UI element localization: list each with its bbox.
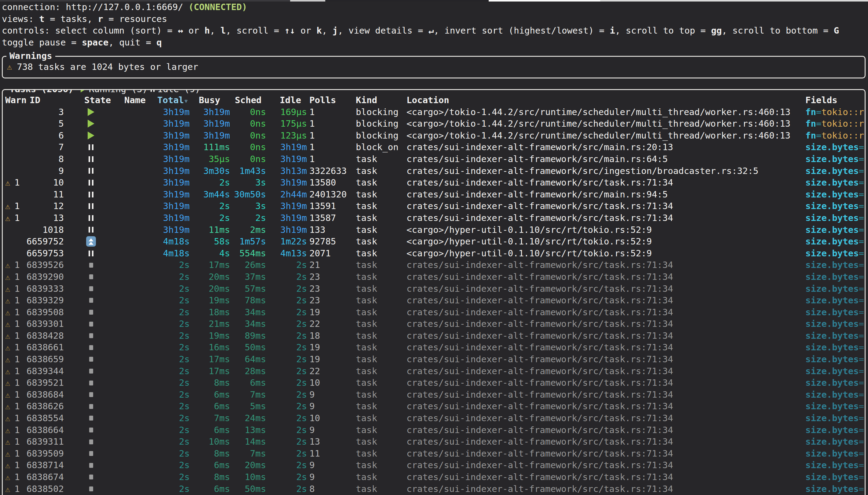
column-header-name[interactable]: Name: [124, 94, 146, 106]
task-row[interactable]: 93h19m3m30s1m43s3h13m3322633taskcrates/s…: [3, 165, 865, 177]
cell-id: 6659752: [24, 236, 64, 248]
cell-id: 6839521: [24, 377, 64, 389]
column-header-total[interactable]: Total▿: [157, 94, 188, 106]
task-row[interactable]: ⚠168386262s6ms5ms2s9taskcrates/sui-index…: [3, 400, 865, 412]
cell-fields: size.bytes=: [805, 330, 866, 342]
row-warning-count: 1: [14, 272, 19, 282]
task-row[interactable]: ⚠168387142s6ms20ms2s9taskcrates/sui-inde…: [3, 459, 865, 471]
task-row[interactable]: ⚠168384282s19ms89ms2s18taskcrates/sui-in…: [3, 330, 865, 342]
cell-idle: 2s: [265, 377, 307, 389]
column-header-fields[interactable]: Fields: [805, 94, 837, 106]
cell-busy: 6ms: [192, 483, 230, 495]
cell-busy: 2s: [192, 212, 230, 224]
task-row[interactable]: ⚠168393332s20ms57ms2s23taskcrates/sui-in…: [3, 283, 865, 295]
cell-total: 3h19m: [149, 224, 190, 236]
warning-item: ⚠738 tasks are 1024 bytes or larger: [7, 61, 865, 73]
row-warning-count: 1: [14, 330, 19, 341]
task-row[interactable]: ⚠1123h19m2s3s3h19m13591taskcrates/sui-in…: [3, 200, 865, 212]
cell-id: 3: [24, 106, 64, 118]
cell-polls: 13591: [310, 200, 354, 212]
running-state-icon: [88, 132, 94, 139]
task-row[interactable]: ⚠168393012s21ms34ms2s22taskcrates/sui-in…: [3, 318, 865, 330]
task-row[interactable]: ⚠168386742s8ms10ms2s9taskcrates/sui-inde…: [3, 471, 865, 483]
row-warning-count: 1: [14, 342, 19, 353]
cell-polls: 23: [310, 294, 354, 306]
task-row[interactable]: ⚠168395212s8ms6ms2s10taskcrates/sui-inde…: [3, 377, 865, 389]
cell-idle: 3h19m: [265, 177, 307, 189]
cell-fields: size.bytes=: [805, 189, 866, 201]
task-row[interactable]: ⚠168385022s6ms50ms2s8taskcrates/sui-inde…: [3, 483, 865, 495]
cell-busy: 10ms: [192, 436, 230, 448]
task-row[interactable]: ⚠1103h19m2s3s3h19m13580taskcrates/sui-in…: [3, 177, 865, 189]
row-warning-count: 1: [14, 213, 19, 223]
task-row[interactable]: 53h19m3h19m0ns175µs1blocking<cargo>/toki…: [3, 118, 865, 130]
row-warning-count: 1: [14, 460, 19, 470]
idle-state-icon: [88, 192, 94, 198]
field-equals: =: [859, 213, 864, 223]
task-row[interactable]: ⚠168393112s10ms14ms2s13taskcrates/sui-in…: [3, 436, 865, 448]
cell-fields: size.bytes=: [805, 248, 866, 259]
cell-idle: 3h13m: [265, 165, 307, 177]
cell-sched: 3s: [229, 200, 266, 212]
cell-polls: 19: [310, 341, 354, 353]
task-row[interactable]: ⚠168395082s18ms34ms2s19taskcrates/sui-in…: [3, 306, 865, 318]
column-header-idle[interactable]: Idle: [280, 94, 301, 106]
task-row[interactable]: ⚠168386642s6ms13ms2s9taskcrates/sui-inde…: [3, 424, 865, 436]
task-row[interactable]: ⚠168393292s19ms78ms2s23taskcrates/sui-in…: [3, 294, 865, 306]
cell-sched: 34ms: [229, 306, 266, 318]
column-header-warn[interactable]: Warn: [5, 94, 27, 106]
field-equals: =: [859, 166, 864, 176]
task-row[interactable]: 33h19m3h19m0ns169µs1blocking<cargo>/toki…: [3, 106, 865, 118]
field-key: size.bytes: [805, 330, 859, 341]
field-equals: =: [816, 118, 821, 129]
field-value: tokio::r: [821, 107, 864, 117]
task-row[interactable]: ⚠168386842s6ms7ms2s9taskcrates/sui-index…: [3, 389, 865, 401]
field-key: size.bytes: [805, 484, 859, 494]
cell-fields: size.bytes=: [805, 353, 866, 365]
cell-sched: 0ns: [229, 118, 266, 130]
tasks-panel: Tasks (2056) Running (3)Idle (9) WarnIDS…: [2, 89, 866, 495]
task-row[interactable]: 63h19m3h19m0ns123µs1blocking<cargo>/toki…: [3, 130, 865, 142]
field-key: size.bytes: [805, 248, 859, 258]
task-row[interactable]: 66597534m18s4s554ms4m13s2071task<cargo>/…: [3, 248, 865, 259]
task-row[interactable]: ⚠168392902s20ms37ms2s23taskcrates/sui-in…: [3, 271, 865, 283]
column-header-id[interactable]: ID: [30, 94, 40, 106]
task-row[interactable]: ⚠168386592s17ms64ms2s19taskcrates/sui-in…: [3, 353, 865, 365]
task-row[interactable]: ⚠168386612s16ms50ms2s19taskcrates/sui-in…: [3, 341, 865, 353]
cell-fields: size.bytes=: [805, 236, 866, 248]
task-row[interactable]: ⚠1133h19m2s2s3h19m13587taskcrates/sui-in…: [3, 212, 865, 224]
column-header-state[interactable]: State: [84, 94, 111, 106]
column-header-kind[interactable]: Kind: [356, 94, 377, 106]
idle-state-icon: [88, 215, 94, 221]
column-header-location[interactable]: Location: [406, 94, 449, 106]
cell-kind: task: [356, 153, 405, 165]
column-header-sched[interactable]: Sched: [235, 94, 262, 106]
task-row[interactable]: 83h19m35µs0ns3h19m1taskcrates/sui-indexe…: [3, 153, 865, 165]
task-row[interactable]: 73h19m111ms0ns3h19m1block_oncrates/sui-i…: [3, 141, 865, 153]
cell-idle: 2s: [265, 400, 307, 412]
task-row[interactable]: ⚠168393442s17ms28ms2s22taskcrates/sui-in…: [3, 365, 865, 377]
row-warning-icon: ⚠: [5, 308, 10, 317]
cell-total: 2s: [149, 271, 190, 283]
column-header-busy[interactable]: Busy: [199, 94, 220, 106]
completed-state-icon: [89, 310, 93, 314]
cell-polls: 1: [310, 130, 354, 142]
column-header-polls[interactable]: Polls: [310, 94, 336, 106]
task-row[interactable]: 113h19m3m44s30m50s2h44m2401320taskcrates…: [3, 189, 865, 201]
warnings-panel: Warnings ⚠738 tasks are 1024 bytes or la…: [2, 56, 866, 79]
field-equals: =: [859, 401, 864, 411]
cell-state: [83, 259, 99, 271]
task-row[interactable]: ⚠168395262s17ms26ms2s21taskcrates/sui-in…: [3, 259, 865, 271]
cell-location: crates/sui-indexer-alt-framework/src/tas…: [406, 365, 804, 377]
cell-idle: 2s: [265, 353, 307, 365]
task-row[interactable]: 66597524m18s58s1m57s1m22s92785task<cargo…: [3, 236, 865, 248]
task-row[interactable]: ⚠168385542s7ms24ms2s10taskcrates/sui-ind…: [3, 412, 865, 424]
running-state-icon: [88, 120, 94, 127]
field-equals: =: [859, 295, 864, 306]
row-warning-count: 1: [14, 377, 19, 388]
task-row[interactable]: ⚠168395092s8ms7ms2s11taskcrates/sui-inde…: [3, 448, 865, 460]
cell-total: 2s: [149, 377, 190, 389]
cell-state: [83, 189, 99, 201]
task-row[interactable]: 10183h19m11ms2ms3h19m133task<cargo>/hype…: [3, 224, 865, 236]
cell-sched: 0ns: [229, 141, 266, 153]
